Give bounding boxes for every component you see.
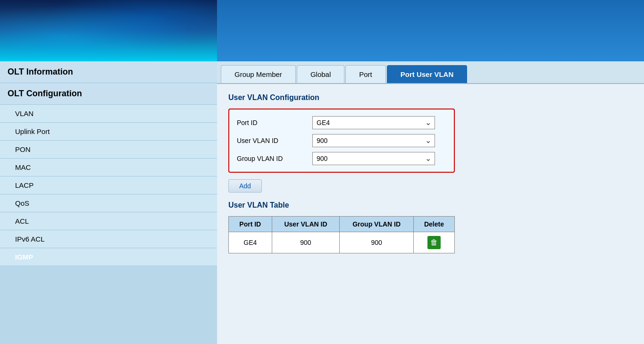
group-vlan-id-select-wrapper: 100 200 500 900: [312, 152, 435, 165]
sidebar-item-vlan[interactable]: VLAN: [0, 105, 217, 123]
tab-port-user-vlan[interactable]: Port User VLAN: [387, 65, 468, 83]
sidebar-item-ipv6-acl[interactable]: IPv6 ACL: [0, 230, 217, 248]
globe-graphic: [0, 0, 217, 61]
sidebar-item-mac[interactable]: MAC: [0, 159, 217, 176]
header-banner: [0, 0, 644, 61]
content-body: User VLAN Configuration Port ID GE1 GE2 …: [217, 84, 644, 263]
sidebar-item-olt-configuration[interactable]: OLT Configuration: [0, 83, 217, 105]
add-btn-row: Add: [228, 179, 633, 193]
port-id-select[interactable]: GE1 GE2 GE3 GE4: [312, 116, 435, 129]
config-section-title: User VLAN Configuration: [228, 93, 633, 102]
main-container: OLT Information OLT Configuration VLAN U…: [0, 61, 644, 344]
sidebar: OLT Information OLT Configuration VLAN U…: [0, 61, 217, 344]
sidebar-item-igmp[interactable]: IGMP: [0, 248, 217, 266]
sidebar-item-acl[interactable]: ACL: [0, 212, 217, 230]
sidebar-item-olt-information[interactable]: OLT Information: [0, 61, 217, 83]
header-right: [217, 0, 644, 61]
cell-group-vlan-id: 900: [340, 232, 414, 253]
user-vlan-id-select-wrapper: 100 200 500 900: [312, 134, 435, 147]
tab-port[interactable]: Port: [345, 65, 386, 83]
sidebar-item-uplink-port[interactable]: Uplink Port: [0, 123, 217, 141]
table-row: GE4 900 900 🗑: [229, 232, 455, 253]
user-vlan-id-row: User VLAN ID 100 200 500 900: [237, 134, 446, 147]
group-vlan-id-label: Group VLAN ID: [237, 155, 312, 162]
config-box: Port ID GE1 GE2 GE3 GE4 User VLAN ID: [228, 109, 455, 173]
sidebar-item-lacp[interactable]: LACP: [0, 176, 217, 194]
delete-icon[interactable]: 🗑: [427, 236, 441, 249]
table-section-title: User VLAN Table: [228, 201, 633, 210]
tab-global[interactable]: Global: [297, 65, 344, 83]
content-area: Group Member Global Port Port User VLAN …: [217, 61, 644, 344]
port-id-row: Port ID GE1 GE2 GE3 GE4: [237, 116, 446, 129]
port-id-label: Port ID: [237, 119, 312, 126]
port-id-select-wrapper: GE1 GE2 GE3 GE4: [312, 116, 435, 129]
cell-delete: 🗑: [413, 232, 454, 253]
tabs-bar: Group Member Global Port Port User VLAN: [217, 61, 644, 84]
cell-port-id: GE4: [229, 232, 272, 253]
add-button[interactable]: Add: [228, 179, 262, 193]
tab-group-member[interactable]: Group Member: [221, 65, 296, 83]
sidebar-item-qos[interactable]: QoS: [0, 194, 217, 212]
col-header-delete: Delete: [413, 217, 454, 232]
group-vlan-id-row: Group VLAN ID 100 200 500 900: [237, 152, 446, 165]
col-header-port-id: Port ID: [229, 217, 272, 232]
user-vlan-id-select[interactable]: 100 200 500 900: [312, 134, 435, 147]
user-vlan-id-label: User VLAN ID: [237, 137, 312, 144]
vlan-table: Port ID User VLAN ID Group VLAN ID Delet…: [228, 216, 455, 253]
col-header-group-vlan-id: Group VLAN ID: [340, 217, 414, 232]
col-header-user-vlan-id: User VLAN ID: [272, 217, 340, 232]
group-vlan-id-select[interactable]: 100 200 500 900: [312, 152, 435, 165]
header-logo-area: [0, 0, 217, 61]
sidebar-item-pon[interactable]: PON: [0, 141, 217, 159]
cell-user-vlan-id: 900: [272, 232, 340, 253]
